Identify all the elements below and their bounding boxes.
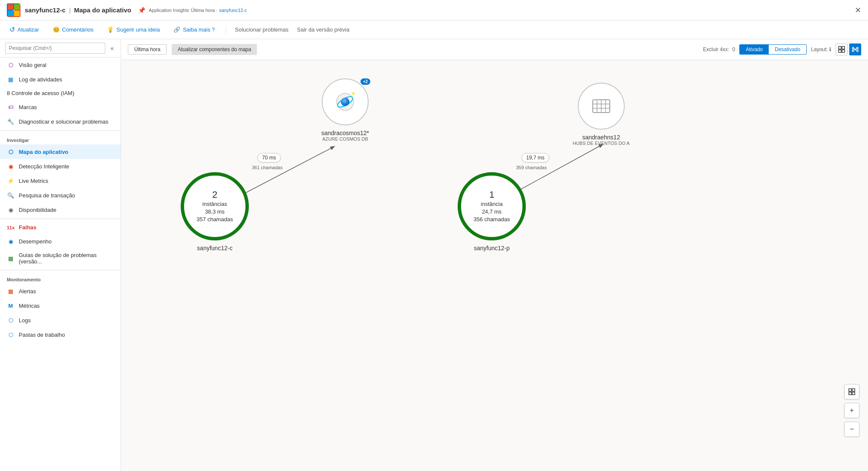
sidebar-item-metricas[interactable]: M Métricas xyxy=(0,298,121,313)
cosmos-calls-label: 361 chamadas xyxy=(252,165,283,170)
guias-icon: ▦ xyxy=(7,254,14,262)
map-canvas: ★ +2 sandracosmos12* AZURE COSMOS DB 70 … xyxy=(121,61,868,471)
header: sanyfunc12-c | Mapa do aplicativo 📌 Appl… xyxy=(0,0,868,20)
sidebar-item-label: Pesquisa de transação xyxy=(19,192,75,199)
sidebar-item-label: Alertas xyxy=(19,288,36,295)
update-map-button[interactable]: Atualizar componentes do mapa xyxy=(172,44,257,55)
subtitle-link[interactable]: sanyfunc12-c xyxy=(219,8,247,13)
eventhubs-calls-label: 359 chamadas xyxy=(516,165,547,170)
svg-point-11 xyxy=(852,50,854,52)
sidebar-item-label: Guias de solução de problemas (versão... xyxy=(19,252,114,265)
toggle-group: Ativado Desativado xyxy=(739,44,807,55)
map-controls: Última hora Atualizar componentes do map… xyxy=(121,39,868,60)
sidebar-item-controle-acesso[interactable]: 8 Controle de acesso (IAM) xyxy=(0,87,121,100)
func-p-instances-label: instância xyxy=(481,200,502,208)
sidebar-item-desempenho[interactable]: ◉ Desempenho xyxy=(0,234,121,249)
cosmos-icon-container: ★ +2 xyxy=(322,78,369,125)
sidebar-item-diagnosticar[interactable]: 🔧 Diagnosticar e solucionar problemas xyxy=(0,114,121,129)
svg-rect-7 xyxy=(842,50,845,52)
deteccao-icon: ◉ xyxy=(7,162,14,170)
svg-rect-4 xyxy=(839,46,841,49)
sidebar-item-pesquisa-transacao[interactable]: 🔍 Pesquisa de transação xyxy=(0,188,121,202)
time-filter-button[interactable]: Última hora xyxy=(128,44,167,55)
node-sanyfunc12-p[interactable]: 1 instância 24,7 ms 356 chamadas sanyfun… xyxy=(458,172,526,251)
svg-rect-2 xyxy=(8,11,13,16)
mapa-aplicativo-icon: ⬡ xyxy=(7,148,14,156)
sidebar-item-alertas[interactable]: ▦ Alertas xyxy=(0,284,121,298)
svg-rect-28 xyxy=(849,389,851,391)
zoom-in-button[interactable]: + xyxy=(844,403,859,418)
title-separator: | xyxy=(69,6,71,14)
marcas-icon: 🏷 xyxy=(7,103,14,111)
sidebar-collapse-button[interactable]: « xyxy=(109,43,115,53)
sidebar-item-logs[interactable]: ⬡ Logs xyxy=(0,313,121,327)
layout-icon-organic[interactable] xyxy=(849,43,861,55)
cosmos-node-name: sandracosmos12* xyxy=(321,130,369,136)
feedback-label: Comentários xyxy=(62,26,94,33)
close-button[interactable]: ✕ xyxy=(855,6,861,15)
subtitle-time: Última hora · xyxy=(191,8,217,13)
svg-rect-6 xyxy=(839,50,841,52)
fit-button[interactable] xyxy=(844,384,859,399)
func-p-ms: 24,7 ms xyxy=(482,208,502,216)
sidebar-item-label: Live Metrics xyxy=(19,178,48,184)
sidebar-item-label: Marcas xyxy=(19,104,37,110)
feedback-icon: 😊 xyxy=(53,26,60,33)
toggle-ativo-button[interactable]: Ativado xyxy=(740,45,769,54)
sidebar-item-falhas[interactable]: 11x Falhas xyxy=(0,221,121,234)
time-filter-label: Última hora xyxy=(134,46,160,52)
toolbar-separator xyxy=(226,26,226,34)
visao-geral-icon: ⬡ xyxy=(7,61,14,69)
sidebar-divider-3 xyxy=(0,270,121,270)
svg-line-16 xyxy=(236,147,334,198)
sidebar-item-deteccao-inteligente[interactable]: ◉ Detecção Inteligente xyxy=(0,159,121,173)
pesquisa-icon: 🔍 xyxy=(7,191,14,199)
header-subtitle: Application Insights Última hora · sanyf… xyxy=(149,8,247,13)
func-c-circle: 2 instâncias 38,3 ms 357 chamadas xyxy=(181,172,249,240)
eventhubs-circle xyxy=(578,83,625,130)
sidebar-item-mapa-aplicativo[interactable]: ⬡ Mapa do aplicativo xyxy=(0,144,121,159)
sidebar-section-investigar: Investigar xyxy=(0,133,121,144)
exit-preview-link[interactable]: Sair da versão prévia xyxy=(297,26,349,33)
svg-point-12 xyxy=(856,50,858,52)
svg-rect-31 xyxy=(852,392,855,395)
layout-icon-grid[interactable] xyxy=(836,43,848,55)
search-input[interactable] xyxy=(5,43,105,54)
zoom-out-button[interactable]: − xyxy=(844,422,859,437)
sidebar-item-marcas[interactable]: 🏷 Marcas xyxy=(0,100,121,114)
sidebar-item-disponibilidade[interactable]: ◉ Disponibilidade xyxy=(0,202,121,217)
sidebar-item-visao-geral[interactable]: ⬡ Visão geral xyxy=(0,58,121,72)
node-sandraehns12[interactable]: sandraehns12 HUBS DE EVENTOS DO A xyxy=(573,83,630,146)
cosmos-call-label: 70 ms xyxy=(257,153,281,162)
map-area: Última hora Atualizar componentes do map… xyxy=(121,39,868,471)
layout-label: Layout: ℹ xyxy=(811,46,831,52)
sidebar-item-guias[interactable]: ▦ Guias de solução de problemas (versão.… xyxy=(0,249,121,268)
toggle-inativo-button[interactable]: Desativado xyxy=(769,45,806,54)
node-sanyfunc12-c[interactable]: 2 instâncias 38,3 ms 357 chamadas sanyfu… xyxy=(181,172,249,251)
sidebar-item-label: Diagnosticar e solucionar problemas xyxy=(19,118,108,125)
feedback-button[interactable]: 😊 Comentários xyxy=(50,25,96,35)
app-name: sanyfunc12-c xyxy=(25,6,66,14)
cosmosdb-svg: ★ xyxy=(332,89,358,115)
pin-icon[interactable]: 📌 xyxy=(138,7,145,14)
func-c-calls: 357 chamadas xyxy=(196,216,233,223)
troubleshoot-link[interactable]: Solucionar problemas xyxy=(235,26,288,33)
azure-logo xyxy=(7,3,20,17)
sidebar-item-log-atividades[interactable]: ▦ Log de atividades xyxy=(0,72,121,87)
update-map-label: Atualizar componentes do mapa xyxy=(178,46,251,52)
suggest-icon: 💡 xyxy=(107,26,114,33)
svg-rect-1 xyxy=(14,4,20,10)
svg-text:★: ★ xyxy=(351,90,356,96)
azure-logo-svg xyxy=(8,4,20,16)
eventhubs-svg xyxy=(591,95,612,117)
learn-more-button[interactable]: 🔗 Saiba mais ? xyxy=(171,25,217,35)
node-sandracosmos12[interactable]: ★ +2 sandracosmos12* AZURE COSMOS DB xyxy=(321,78,369,142)
metricas-icon: M xyxy=(7,302,14,309)
sidebar-item-live-metrics[interactable]: ⚡ Live Metrics xyxy=(0,173,121,188)
suggest-button[interactable]: 💡 Sugerir uma ideia xyxy=(104,25,162,35)
sidebar-item-label: Pastas de trabalho xyxy=(19,332,65,338)
refresh-button[interactable]: ↺ Atualizar xyxy=(7,24,42,35)
subtitle-prefix: Application Insights xyxy=(149,8,189,13)
func-c-ms: 38,3 ms xyxy=(205,208,225,216)
sidebar-item-pastas-trabalho[interactable]: ⬡ Pastas de trabalho xyxy=(0,327,121,342)
